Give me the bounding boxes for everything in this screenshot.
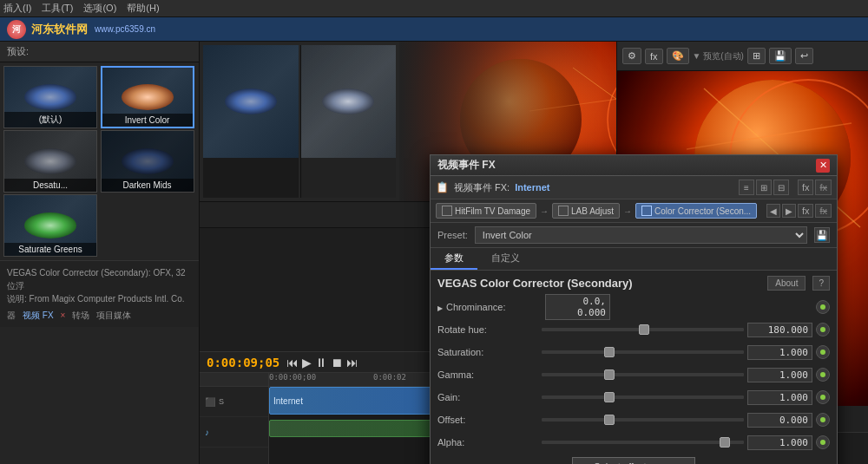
param-chrominance: Chrominance: 0.0, 0.000 (437, 297, 830, 317)
info-actions: 器 视频 FX × 转场 项目媒体 (7, 309, 192, 322)
info-label1: 器 (7, 309, 16, 322)
slider-track-offset (542, 418, 744, 422)
rotate-hue-slider[interactable] (542, 328, 744, 331)
slider-thumb-offset[interactable] (604, 415, 615, 425)
fx-nav-btn2[interactable]: fx (815, 204, 832, 218)
tab-params[interactable]: 参数 (431, 248, 477, 270)
fx-nav-btn1[interactable]: fx (798, 204, 814, 218)
main-layout: 预设: (默认) Invert Color Desatu... Darken M… (0, 42, 868, 464)
effect-label-desatu: Desatu... (4, 179, 96, 192)
saturation-label: Saturation: (437, 347, 542, 357)
grid-view-button[interactable]: ⊞ (747, 48, 766, 64)
saturation-keyframe[interactable] (816, 345, 830, 359)
fx-view-buttons: ≡ ⊞ ⊟ (739, 180, 789, 195)
keyframe-dot-4 (820, 372, 825, 377)
save-button[interactable]: 💾 (769, 48, 792, 64)
view-grid-button[interactable]: ⊞ (756, 180, 772, 195)
rotate-hue-value[interactable]: 180.000 (747, 323, 812, 337)
end-button[interactable]: ⏭ (346, 356, 358, 369)
preset-save-button[interactable]: 💾 (814, 227, 830, 243)
offset-value[interactable]: 0.000 (747, 413, 812, 428)
gain-value[interactable]: 1.000 (747, 390, 812, 405)
timemark-1: 0:00:02 (373, 373, 406, 382)
menu-insert[interactable]: 插入(I) (3, 2, 31, 15)
fx-close-button[interactable]: ✕ (816, 159, 830, 173)
info-project[interactable]: 项目媒体 (96, 309, 131, 322)
effect-thumb-invert[interactable]: Invert Color (101, 66, 194, 128)
info-close[interactable]: × (61, 309, 66, 322)
menu-tools[interactable]: 工具(T) (42, 2, 73, 15)
effect-thumb-default[interactable]: (默认) (3, 66, 97, 128)
gamma-value[interactable]: 1.000 (747, 368, 812, 382)
fx-content: VEGAS Color Corrector (Secondary) About … (431, 271, 837, 464)
alpha-value[interactable]: 1.000 (747, 435, 812, 450)
keyframe-dot (820, 304, 825, 310)
gain-keyframe[interactable] (816, 390, 830, 404)
saturation-value[interactable]: 1.000 (747, 345, 812, 360)
settings-button[interactable]: ⚙ (622, 48, 641, 64)
saturation-slider[interactable] (542, 350, 744, 354)
fx-chain-item-color[interactable]: Color Corrector (Secon... (635, 203, 757, 219)
play-button[interactable]: ▶ (302, 356, 312, 369)
info-fx-btn[interactable]: 视频 FX (23, 309, 54, 322)
info-desc: 说明: From Magix Computer Products Intl. C… (7, 292, 192, 305)
gamma-slider-area: 1.000 (542, 368, 812, 382)
slider-thumb-alpha[interactable] (720, 437, 730, 448)
rewind-button[interactable]: ⏮ (286, 356, 299, 369)
fx-chain-item-lab[interactable]: LAB Adjust (552, 203, 620, 219)
slider-thumb-sat[interactable] (604, 347, 615, 357)
chrominance-keyframe[interactable] (816, 300, 830, 314)
alpha-slider-area: 1.000 (542, 435, 812, 450)
slider-track-gamma (542, 373, 744, 376)
restore-button[interactable]: ↩ (795, 48, 813, 64)
slider-thumb-gamma[interactable] (604, 369, 615, 380)
view-list-button[interactable]: ≡ (739, 180, 754, 195)
col-adjust-button[interactable]: 🎨 (667, 48, 689, 64)
offset-keyframe[interactable] (816, 413, 830, 427)
lab-label: LAB Adjust (571, 206, 614, 216)
gain-slider[interactable] (542, 395, 744, 399)
rotate-hue-keyframe[interactable] (816, 323, 830, 337)
chain-nav-left[interactable]: ◀ (766, 204, 780, 218)
effect-thumb-darken[interactable]: Darken Mids (101, 130, 194, 193)
fx-section-text: VEGAS Color Corrector (Secondary) (437, 277, 633, 290)
gamma-slider[interactable] (542, 373, 744, 376)
preset-label: Preset: (437, 230, 468, 240)
view-large-button[interactable]: ⊟ (773, 180, 789, 195)
offset-slider[interactable] (542, 418, 744, 422)
fx-header: 📋 视频事件 FX: Internet ≡ ⊞ ⊟ fx fx (431, 176, 837, 199)
gain-slider-area: 1.000 (542, 390, 812, 405)
info-transition[interactable]: 转场 (72, 309, 89, 322)
menu-options[interactable]: 选项(O) (83, 2, 116, 15)
logo-text: 河东软件网 (31, 22, 88, 37)
fx-chain-item-hitfilm[interactable]: HitFilm TV Damage (436, 203, 536, 219)
fx-effect-btn2[interactable]: fx (815, 180, 832, 195)
fx-preset-row: Preset: Invert Color 💾 (431, 223, 837, 248)
fx-button[interactable]: fx (645, 49, 663, 64)
select-effect-range-button[interactable]: Select effect range (572, 457, 695, 464)
alpha-keyframe[interactable] (816, 435, 830, 449)
pause-button[interactable]: ⏸ (315, 356, 327, 369)
fx-help-button[interactable]: ? (812, 276, 830, 291)
fx-effect-btn1[interactable]: fx (798, 180, 814, 195)
effect-thumb-desatu[interactable]: Desatu... (3, 130, 97, 193)
track-label-video: ⬛ S (200, 387, 268, 417)
info-panel: VEGAS Color Corrector (Secondary): OFX, … (0, 260, 199, 327)
chrominance-value[interactable]: 0.0, 0.000 (545, 294, 610, 320)
keyframe-dot-6 (820, 417, 825, 422)
stop-button[interactable]: ⏹ (331, 356, 343, 369)
menu-help[interactable]: 帮助(H) (127, 2, 159, 15)
alpha-slider[interactable] (542, 441, 744, 444)
chain-nav-right[interactable]: ▶ (782, 204, 796, 218)
fx-tabs: 参数 自定义 (431, 248, 837, 271)
param-gamma: Gamma: 1.000 (437, 365, 830, 384)
gamma-keyframe[interactable] (816, 368, 830, 382)
preset-select[interactable]: Invert Color (475, 226, 807, 244)
slider-thumb[interactable] (639, 324, 649, 335)
effect-thumb-greens[interactable]: Saturate Greens (3, 194, 97, 257)
slider-thumb-gain[interactable] (604, 392, 615, 402)
param-rotate-hue: Rotate hue: 180.000 (437, 320, 830, 339)
tab-custom[interactable]: 自定义 (477, 248, 534, 270)
fx-about-button[interactable]: About (767, 276, 806, 291)
fx-chain-nav: ◀ ▶ fx fx (766, 204, 832, 218)
